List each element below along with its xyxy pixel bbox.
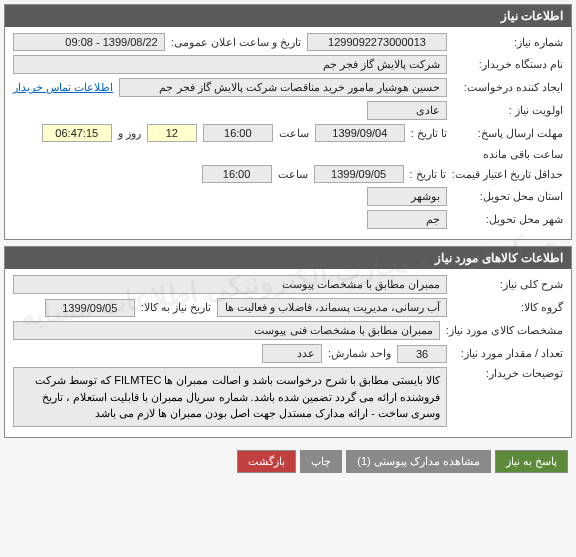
days-label: روز و: [118, 127, 141, 140]
delivery-province-label: استان محل تحویل:: [453, 190, 563, 203]
deadline-time-label: ساعت: [279, 127, 309, 140]
specs-field: ممبران مطابق با مشخصات فنی پیوست: [13, 321, 440, 340]
deadline-label: مهلت ارسال پاسخ:: [453, 127, 563, 140]
price-to-date-label: تا تاریخ :: [410, 168, 446, 181]
unit-label: واحد شمارش:: [328, 347, 391, 360]
goods-info-panel: اطلاعات کالاهای مورد نیاز شرح کلی نیاز: …: [4, 246, 572, 438]
print-button[interactable]: چاپ: [300, 450, 342, 473]
price-validity-date-field: 1399/09/05: [314, 165, 404, 183]
remaining-label: ساعت باقی مانده: [483, 148, 563, 161]
action-buttons: پاسخ به نیاز مشاهده مدارک پیوستی (1) چاپ…: [4, 444, 572, 479]
buyer-org-label: نام دستگاه خریدار:: [453, 58, 563, 71]
unit-field: عدد: [262, 344, 322, 363]
time-remaining-field: 06:47:15: [42, 124, 112, 142]
days-remaining-field: 12: [147, 124, 197, 142]
delivery-city-label: شهر محل تحویل:: [453, 213, 563, 226]
to-date-label: تا تاریخ :: [411, 127, 447, 140]
need-number-field: 1299092273000013: [307, 33, 447, 51]
price-time-label: ساعت: [278, 168, 308, 181]
buyer-notes-field: کالا بایستی مطابق با شرح درخواست باشد و …: [13, 367, 447, 427]
priority-label: اولویت نیاز :: [453, 104, 563, 117]
delivery-province-field: بوشهر: [367, 187, 447, 206]
need-number-label: شماره نیاز:: [453, 36, 563, 49]
group-label: گروه کالا:: [453, 301, 563, 314]
respond-button[interactable]: پاسخ به نیاز: [495, 450, 568, 473]
general-desc-label: شرح کلی نیاز:: [453, 278, 563, 291]
panel-body-need-info: شماره نیاز: 1299092273000013 تاریخ و ساع…: [5, 27, 571, 239]
creator-label: ایجاد کننده درخواست:: [453, 81, 563, 94]
need-date-label: تاریخ نیاز به کالا:: [141, 301, 211, 314]
need-date-field: 1399/09/05: [45, 299, 135, 317]
deadline-time-field: 16:00: [203, 124, 273, 142]
panel-header-goods-info: اطلاعات کالاهای مورد نیاز: [5, 247, 571, 269]
attachments-button[interactable]: مشاهده مدارک پیوستی (1): [346, 450, 491, 473]
public-datetime-label: تاریخ و ساعت اعلان عمومی:: [171, 36, 301, 49]
specs-label: مشخصات کالای مورد نیاز:: [446, 324, 563, 337]
price-validity-label: حداقل تاریخ اعتبار قیمت:: [452, 168, 563, 181]
deadline-date-field: 1399/09/04: [315, 124, 405, 142]
public-datetime-field: 1399/08/22 - 09:08: [13, 33, 165, 51]
panel-body-goods-info: شرح کلی نیاز: ممبران مطابق با مشخصات پیو…: [5, 269, 571, 437]
priority-field: عادی: [367, 101, 447, 120]
group-field: آب رسانی، مدیریت پسماند، فاضلاب و فعالیت…: [217, 298, 447, 317]
qty-label: تعداد / مقدار مورد نیاز:: [453, 347, 563, 360]
delivery-city-field: جم: [367, 210, 447, 229]
buyer-org-field: شرکت پالایش گاز فجر جم: [13, 55, 447, 74]
creator-field: حسین هوشیار مامور خرید مناقصات شرکت پالا…: [119, 78, 447, 97]
general-desc-field: ممبران مطابق با مشخصات پیوست: [13, 275, 447, 294]
price-validity-time-field: 16:00: [202, 165, 272, 183]
buyer-contact-link[interactable]: اطلاعات تماس خریدار: [13, 81, 113, 94]
need-info-panel: اطلاعات نیاز شماره نیاز: 129909227300001…: [4, 4, 572, 240]
panel-header-need-info: اطلاعات نیاز: [5, 5, 571, 27]
buyer-notes-label: توضیحات خریدار:: [453, 367, 563, 380]
back-button[interactable]: بازگشت: [237, 450, 296, 473]
qty-field: 36: [397, 345, 447, 363]
